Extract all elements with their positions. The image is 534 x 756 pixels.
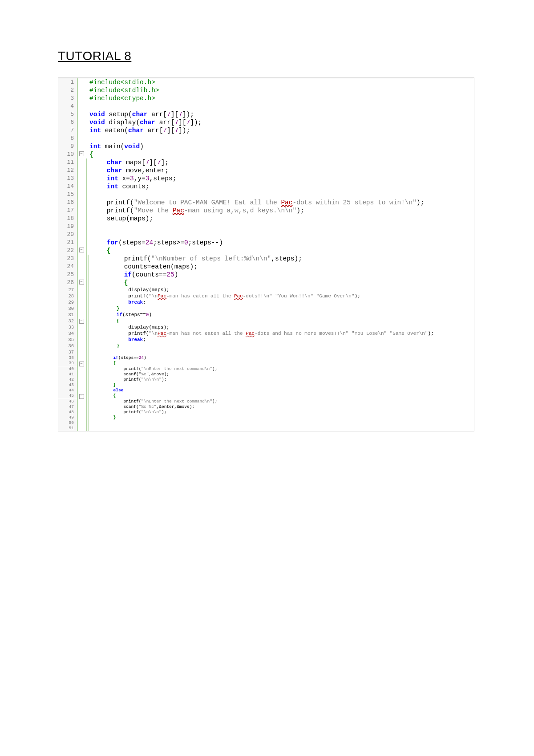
line-number: 6 [58,118,77,126]
code-line: 49 } [58,415,474,420]
code-content: } [89,305,474,312]
line-number: 2 [58,86,77,94]
fold-gutter [78,415,85,416]
line-number: 38 [58,355,77,361]
fold-toggle-icon[interactable]: − [79,248,84,252]
line-number: 44 [58,388,77,393]
line-number: 25 [58,271,77,279]
code-line: 19 [58,223,474,231]
line-number: 16 [58,199,77,207]
code-line: 40 printf("\nEnter the next command\n"); [58,366,474,372]
line-number: 41 [58,372,77,377]
fold-gutter [78,86,85,87]
code-content: scanf("%c %c",&enter,&move); [89,404,474,410]
line-number: 27 [58,287,77,293]
code-content: { [89,393,474,398]
code-line: 33 display(maps); [58,324,474,330]
fold-gutter [78,324,85,325]
fold-gutter [78,404,85,405]
code-content: { [89,361,474,366]
fold-gutter: − [78,150,85,156]
fold-gutter: − [78,247,85,252]
code-line: 43 } [58,382,474,388]
code-line: 47 scanf("%c %c",&enter,&move); [58,404,474,410]
code-content: printf("\nEnter the next command\n"); [89,366,474,372]
line-number: 5 [58,110,77,118]
code-line: 38 if(steps==24) [58,355,474,361]
line-number: 45 [58,393,77,398]
fold-gutter: − [78,393,85,399]
code-line: 27 display(maps); [58,287,474,293]
code-line: 31 if(steps==0) [58,312,474,318]
code-content: void setup(char arr[7][7]); [85,110,474,118]
code-content: int main(void) [85,142,474,150]
fold-gutter [78,382,85,383]
line-number: 31 [58,312,77,318]
fold-gutter [78,102,85,103]
fold-gutter [78,330,85,331]
line-number: 43 [58,382,77,388]
fold-toggle-icon[interactable]: − [79,151,84,156]
code-line: 6void display(char arr[7][7]); [58,118,474,126]
line-number: 50 [58,420,77,426]
code-line: 12 char move,enter; [58,167,474,175]
line-number: 22 [58,247,77,255]
fold-gutter [78,426,85,427]
line-number: 26 [58,279,77,287]
code-content: if(steps==0) [89,312,474,318]
code-line: 24 counts=eaten(maps); [58,263,474,271]
fold-gutter [78,377,85,378]
code-content [87,231,474,239]
line-number: 15 [58,191,77,199]
fold-toggle-icon[interactable]: − [79,319,84,324]
line-number: 24 [58,263,77,271]
line-number: 10 [58,150,77,159]
code-line: 23 printf("\nNumber of steps left:%d\n\n… [58,255,474,263]
code-content [89,349,474,355]
code-content: int x=3,y=3,steps; [87,175,474,183]
code-line: 4 [58,102,474,110]
fold-gutter [78,271,85,272]
line-number: 14 [58,183,77,191]
line-number: 17 [58,207,77,215]
code-line: 20 [58,231,474,239]
code-content [87,191,474,199]
fold-gutter [78,399,85,400]
line-number: 48 [58,410,77,415]
code-content: printf("\n\n\n"); [89,377,474,382]
line-number: 11 [58,159,77,167]
line-number: 20 [58,231,77,239]
code-line: 1#include<stdio.h> [58,78,474,86]
code-content: display(maps); [89,324,474,330]
code-content: void display(char arr[7][7]); [85,118,474,126]
code-content: printf("Move the Pac-man using a,w,s,d k… [87,207,474,215]
page-title: TUTORIAL 8 [58,49,476,63]
code-line: 44 else [58,388,474,393]
code-content: printf("\nPac-man has eaten all the Pac-… [89,293,474,299]
code-line: 13 int x=3,y=3,steps; [58,175,474,183]
code-line: 37 [58,349,474,355]
fold-gutter [78,299,85,300]
code-content: } [89,382,474,388]
fold-toggle-icon[interactable]: − [79,362,84,366]
code-line: 11 char maps[7][7]; [58,159,474,167]
code-line: 28 printf("\nPac-man has eaten all the P… [58,293,474,299]
code-content [89,426,474,431]
code-content: #include<stdlib.h> [85,86,474,94]
line-number: 18 [58,215,77,223]
code-content: if(steps==24) [89,355,474,361]
code-line: 16 printf("Welcome to PAC-MAN GAME! Eat … [58,199,474,207]
fold-gutter [78,183,85,183]
line-number: 40 [58,366,77,372]
code-line: 7int eaten(char arr[7][7]); [58,126,474,134]
fold-toggle-icon[interactable]: − [79,394,84,399]
code-line: 29 break; [58,299,474,305]
code-content: { [87,247,474,255]
code-content: int counts; [87,183,474,191]
fold-gutter [78,215,85,215]
code-content: } [89,415,474,420]
code-content: scanf("%c",&move); [89,372,474,377]
fold-gutter [78,305,85,306]
fold-gutter [78,239,85,240]
fold-toggle-icon[interactable]: − [79,280,84,285]
